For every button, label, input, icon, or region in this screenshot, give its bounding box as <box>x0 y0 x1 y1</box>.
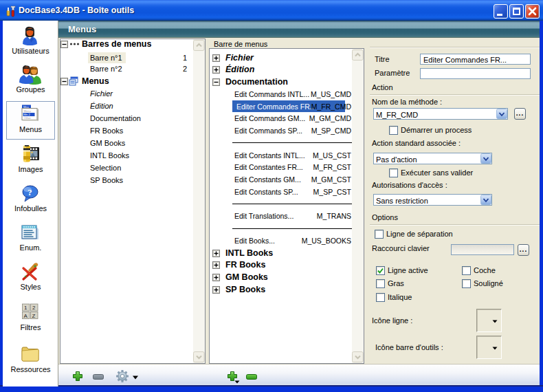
svg-text:Mnu: Mnu <box>23 105 29 109</box>
svg-text:Z: Z <box>32 313 36 319</box>
svg-text:1: 1 <box>24 305 27 311</box>
svg-text:Menu: Menu <box>24 109 32 113</box>
svg-text:Other: Other <box>24 116 32 120</box>
svg-text:Mn 2: Mn 2 <box>24 113 31 116</box>
svg-text:2: 2 <box>32 305 36 311</box>
svg-text:A: A <box>24 313 28 319</box>
svg-text:?: ? <box>27 187 32 197</box>
